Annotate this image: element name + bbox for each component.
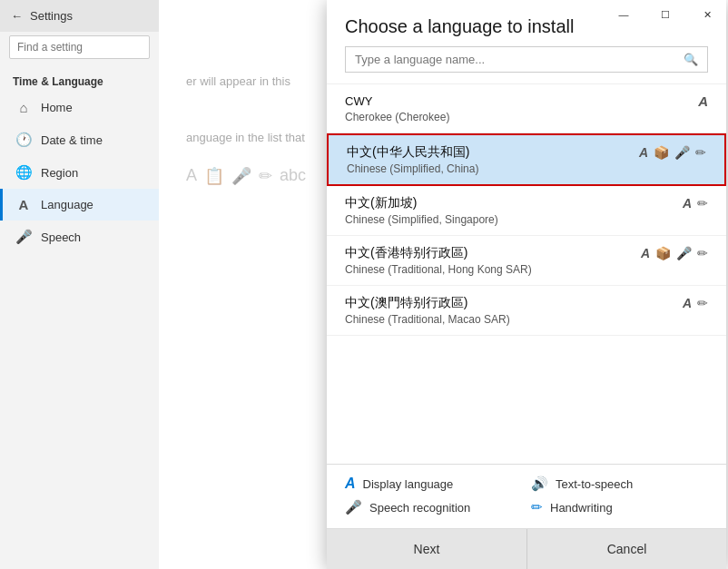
text-lang-icon-hk: A <box>641 246 650 260</box>
language-english-zh-hk: Chinese (Traditional, Hong Kong SAR) <box>345 263 708 276</box>
text-lang-icon-1: A <box>639 145 648 160</box>
language-item-zh-mo[interactable]: 中文(澳門特别行政區) A ✏ Chinese (Traditional, Ma… <box>327 286 726 336</box>
sidebar-section-label: Time & Language <box>0 68 159 92</box>
sidebar-item-datetime-label: Date & time <box>41 133 103 147</box>
home-icon: ⌂ <box>15 100 32 115</box>
dialog-search-container: 🔍 <box>345 46 708 73</box>
language-native-zh-mo: 中文(澳門特别行政區) <box>345 295 467 311</box>
text-lang-icon: A <box>698 93 708 109</box>
language-english-zh-mo: Chinese (Traditional, Macao SAR) <box>345 313 708 326</box>
language-list: CWY A Cherokee (Cherokee) 中文(中华人民共和国) A … <box>327 83 726 464</box>
text-lang-icon-mo: A <box>683 296 692 310</box>
datetime-icon: 🕐 <box>15 132 32 148</box>
language-icons-zh-sg: A ✏ <box>683 196 708 211</box>
minimize-button[interactable]: — <box>603 0 644 29</box>
feature-speech-recognition: 🎤 Speech recognition <box>345 499 522 515</box>
language-icons-zh-cn: A 📦 🎤 ✏ <box>639 145 706 160</box>
language-native-zh-hk: 中文(香港特别行政區) <box>345 245 467 261</box>
sidebar-back-button[interactable]: ← Settings <box>0 0 159 32</box>
feature-tts: 🔊 Text-to-speech <box>531 476 708 492</box>
feature-display-language: A Display language <box>345 476 522 492</box>
feature-handwriting: ✏ Handwriting <box>531 499 708 515</box>
main-area: — ☐ ✕ er will appear in this anguage in … <box>159 0 728 569</box>
feature-handwriting-label: Handwriting <box>550 501 613 515</box>
language-native-cwy: CWY <box>345 94 372 108</box>
language-native-zh-cn: 中文(中华人民共和国) <box>347 144 469 161</box>
sidebar-item-home[interactable]: ⌂ Home <box>0 92 159 123</box>
sidebar: ← Settings Time & Language ⌂ Home 🕐 Date… <box>0 0 159 569</box>
language-icons-zh-hk: A 📦 🎤 ✏ <box>641 246 708 260</box>
edit-icon-hk: ✏ <box>697 246 708 260</box>
sidebar-item-language[interactable]: A Language <box>0 189 159 221</box>
sidebar-item-speech-label: Speech <box>41 231 81 244</box>
sidebar-item-region-label: Region <box>41 166 78 180</box>
language-english-zh-cn: Chinese (Simplified, China) <box>347 162 706 175</box>
package-icon-hk: 📦 <box>655 246 671 260</box>
handwriting-icon: ✏ <box>531 499 543 515</box>
edit-icon: ✏ <box>695 145 706 160</box>
dialog-buttons: Next Cancel <box>327 528 726 569</box>
close-button[interactable]: ✕ <box>686 0 728 29</box>
edit-icon-mo: ✏ <box>697 296 708 310</box>
features-grid: A Display language 🔊 Text-to-speech 🎤 Sp… <box>345 476 708 515</box>
maximize-button[interactable]: ☐ <box>644 0 686 29</box>
sidebar-back-label: Settings <box>30 9 73 23</box>
language-item-zh-hk[interactable]: 中文(香港特别行政區) A 📦 🎤 ✏ Chinese (Traditional… <box>327 236 726 286</box>
sidebar-search-input[interactable] <box>9 35 150 59</box>
speech-icon: 🎤 <box>15 229 32 245</box>
sidebar-item-language-label: Language <box>41 198 93 211</box>
language-icon: A <box>15 197 32 212</box>
language-english-cwy: Cherokee (Cherokee) <box>345 111 708 123</box>
mic-icon: 🎤 <box>674 145 690 160</box>
language-install-dialog: Choose a language to install 🔍 CWY A Che… <box>327 0 726 569</box>
speech-recognition-icon: 🎤 <box>345 499 362 515</box>
edit-icon-sg: ✏ <box>697 196 708 211</box>
language-search-input[interactable] <box>355 53 678 66</box>
mic-icon-hk: 🎤 <box>676 246 692 260</box>
feature-display-label: Display language <box>363 477 454 491</box>
sidebar-item-speech[interactable]: 🎤 Speech <box>0 221 159 253</box>
language-item-zh-sg[interactable]: 中文(新加坡) A ✏ Chinese (Simplified, Singapo… <box>327 186 726 236</box>
display-lang-icon: A <box>345 476 356 492</box>
window-controls: — ☐ ✕ <box>603 0 728 29</box>
search-icon: 🔍 <box>684 53 698 66</box>
language-item-zh-cn[interactable]: 中文(中华人民共和国) A 📦 🎤 ✏ Chinese (Simplified,… <box>327 133 726 186</box>
cancel-button[interactable]: Cancel <box>526 529 726 569</box>
language-item-cwy[interactable]: CWY A Cherokee (Cherokee) <box>327 84 726 133</box>
package-icon: 📦 <box>654 145 669 160</box>
language-english-zh-sg: Chinese (Simplified, Singapore) <box>345 213 708 226</box>
sidebar-item-region[interactable]: 🌐 Region <box>0 156 159 189</box>
language-native-zh-sg: 中文(新加坡) <box>345 195 417 211</box>
dialog-features: A Display language 🔊 Text-to-speech 🎤 Sp… <box>327 464 726 528</box>
tts-icon: 🔊 <box>531 476 548 492</box>
text-lang-icon-sg: A <box>683 196 692 211</box>
region-icon: 🌐 <box>15 164 32 181</box>
language-icons-cwy: A <box>698 93 708 109</box>
feature-tts-label: Text-to-speech <box>556 477 633 491</box>
language-icons-zh-mo: A ✏ <box>683 296 708 310</box>
feature-speech-label: Speech recognition <box>369 501 470 515</box>
sidebar-item-home-label: Home <box>41 101 73 114</box>
sidebar-item-datetime[interactable]: 🕐 Date & time <box>0 123 159 156</box>
back-icon: ← <box>11 9 23 23</box>
next-button[interactable]: Next <box>327 529 526 569</box>
